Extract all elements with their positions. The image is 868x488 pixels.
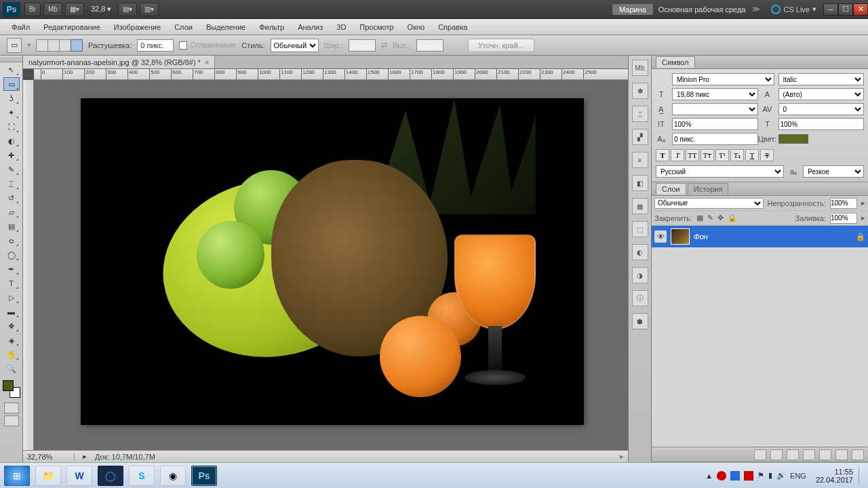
- menu-edit[interactable]: Редактирование: [37, 21, 106, 33]
- document-tab[interactable]: natyurmort-ananas-apelsin.jpg @ 32,8% (R…: [23, 56, 215, 68]
- stamp-tool[interactable]: ⌶: [3, 177, 20, 190]
- menu-file[interactable]: Файл: [5, 21, 36, 33]
- crop-tool[interactable]: ⛶: [3, 120, 20, 134]
- gradient-tool[interactable]: ▤: [3, 220, 20, 233]
- selection-intersect[interactable]: [71, 39, 83, 52]
- taskbar-clock[interactable]: 11:55 22.04.2017: [816, 468, 853, 484]
- tray-network-icon[interactable]: ▮: [768, 471, 772, 480]
- tray-rec-icon[interactable]: [717, 471, 726, 481]
- delete-layer-button[interactable]: [852, 449, 864, 460]
- zoom-level[interactable]: 32,8 ▾: [91, 5, 111, 14]
- new-layer-button[interactable]: [835, 449, 848, 460]
- history-tab[interactable]: История: [688, 183, 729, 195]
- chevrons-icon[interactable]: ≫: [752, 5, 760, 14]
- layer-thumbnail[interactable]: [671, 228, 690, 245]
- group-button[interactable]: [819, 449, 831, 460]
- blend-mode-select[interactable]: Обычные: [654, 198, 764, 209]
- faux-bold-button[interactable]: T: [656, 149, 669, 161]
- paragraph-panel-icon[interactable]: ≡: [632, 152, 648, 168]
- 3d-tool[interactable]: ❖: [3, 319, 20, 333]
- system-tray[interactable]: ▲ ⚑ ▮ 🔊 ENG: [705, 471, 806, 481]
- brush-panel-icon[interactable]: ✽: [632, 83, 648, 99]
- ruler-vertical[interactable]: [23, 80, 34, 450]
- word-icon[interactable]: W: [66, 466, 92, 486]
- selection-subtract[interactable]: [59, 39, 71, 52]
- menu-filter[interactable]: Фильтр: [253, 21, 290, 33]
- menu-3d[interactable]: 3D: [330, 21, 352, 33]
- layer-name[interactable]: Фон: [694, 232, 708, 241]
- color-swatches[interactable]: [3, 380, 20, 398]
- tray-app-icon[interactable]: [730, 471, 740, 481]
- healing-tool[interactable]: ✚: [3, 148, 20, 162]
- superscript-button[interactable]: T¹: [715, 149, 729, 161]
- tray-adobe-icon[interactable]: [744, 471, 753, 481]
- status-docinfo[interactable]: Док: 10,7M/10,7M: [95, 453, 155, 461]
- photoshop-taskbar-icon[interactable]: Ps: [191, 466, 217, 486]
- quick-mask-button[interactable]: [4, 403, 19, 413]
- eyedropper-tool[interactable]: ◐: [3, 134, 20, 148]
- show-desktop-button[interactable]: [859, 466, 864, 486]
- masks-panel-icon[interactable]: ◐: [632, 244, 648, 260]
- skype-icon[interactable]: S: [129, 466, 155, 486]
- clone-panel-icon[interactable]: ⌶: [632, 106, 648, 122]
- language-select[interactable]: Русский: [656, 165, 784, 178]
- tracking-select[interactable]: 0: [778, 103, 865, 115]
- bridge-button[interactable]: Br: [24, 3, 41, 16]
- blur-tool[interactable]: ᴑ: [3, 234, 20, 247]
- layers-empty-area[interactable]: [652, 247, 868, 447]
- app1-icon[interactable]: ◯: [98, 466, 123, 486]
- selection-add[interactable]: [47, 39, 60, 52]
- link-layers-button[interactable]: [754, 449, 766, 460]
- histogram-panel-icon[interactable]: ▞: [632, 129, 648, 145]
- workspace-switcher[interactable]: Основная рабочая среда: [658, 5, 746, 14]
- menu-image[interactable]: Изображение: [108, 21, 167, 33]
- toolbox-grip[interactable]: [0, 57, 22, 62]
- navigator-panel-icon[interactable]: ⬚: [632, 221, 648, 237]
- hscale-input[interactable]: [778, 118, 865, 130]
- swatches-panel-icon[interactable]: ▦: [632, 198, 648, 214]
- faux-italic-button[interactable]: T: [671, 149, 684, 161]
- leading-select[interactable]: (Авто): [778, 88, 865, 100]
- path-tool[interactable]: ▷: [3, 291, 20, 304]
- baseline-input[interactable]: [672, 133, 758, 145]
- layers-tab[interactable]: Слои: [656, 183, 686, 195]
- status-doc-icon[interactable]: ▸: [83, 452, 87, 461]
- opacity-input[interactable]: [830, 198, 857, 209]
- start-button[interactable]: ⊞: [4, 466, 30, 486]
- history-brush-tool[interactable]: ↺: [3, 191, 20, 205]
- marquee-tool[interactable]: ▭: [3, 77, 20, 91]
- lock-pos-icon[interactable]: ✥: [717, 214, 724, 222]
- eraser-tool[interactable]: ▱: [3, 205, 20, 219]
- fill-arrow-icon[interactable]: ▸: [861, 214, 865, 222]
- vscale-input[interactable]: [672, 118, 758, 130]
- menu-help[interactable]: Справка: [432, 21, 473, 33]
- 3d-panel-icon[interactable]: ⬢: [632, 313, 648, 329]
- hand-tool[interactable]: ✋: [3, 348, 20, 361]
- close-button[interactable]: ✕: [853, 3, 868, 16]
- maximize-button[interactable]: ☐: [838, 3, 853, 16]
- minibridge-button[interactable]: Mb: [43, 3, 62, 16]
- info-panel-icon[interactable]: ⓘ: [632, 290, 648, 306]
- close-tab-icon[interactable]: ×: [205, 58, 209, 66]
- brush-tool[interactable]: ✎: [3, 163, 20, 176]
- styles-panel-icon[interactable]: ◧: [632, 175, 648, 191]
- opacity-arrow-icon[interactable]: ▸: [861, 199, 865, 207]
- antialias-select[interactable]: Резкое: [803, 165, 864, 178]
- underline-button[interactable]: T: [745, 149, 759, 161]
- user-badge[interactable]: Марина: [612, 4, 653, 15]
- shape-tool[interactable]: ▬: [3, 305, 20, 319]
- tray-up-icon[interactable]: ▲: [705, 472, 713, 480]
- font-style-select[interactable]: Italic: [778, 73, 865, 85]
- type-tool[interactable]: T: [3, 277, 20, 290]
- selection-new[interactable]: [36, 39, 48, 52]
- adjustment-layer-button[interactable]: [803, 449, 815, 460]
- style-select[interactable]: Обычный: [271, 39, 319, 52]
- tray-flag-icon[interactable]: ⚑: [757, 471, 764, 480]
- layer-fx-button[interactable]: [770, 449, 783, 460]
- status-arrow-icon[interactable]: ▸: [620, 452, 624, 461]
- menu-layer[interactable]: Слои: [168, 21, 199, 33]
- allcaps-button[interactable]: TT: [686, 149, 699, 161]
- ruler-horizontal[interactable]: 0100200300400500600700800900100011001200…: [34, 69, 628, 80]
- cslive-button[interactable]: CS Live ▾: [771, 5, 816, 14]
- font-family-select[interactable]: Minion Pro: [672, 73, 774, 85]
